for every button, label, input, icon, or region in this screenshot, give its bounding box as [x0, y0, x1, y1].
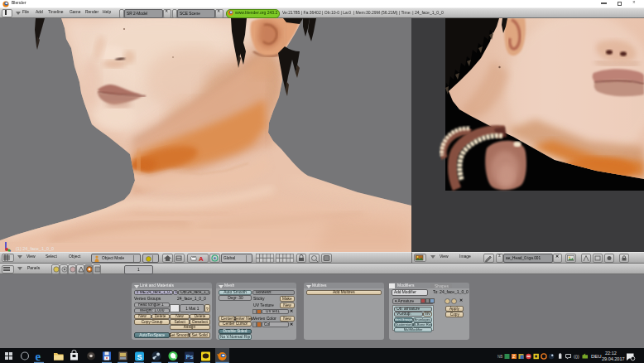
svg-text:Z: Z — [512, 354, 515, 359]
svg-text:e: e — [36, 350, 41, 363]
svg-text:DEU: DEU — [591, 354, 602, 359]
svg-text:22:12: 22:12 — [605, 351, 617, 356]
svg-text:S: S — [137, 353, 142, 361]
svg-text:(1) 24_face_1_0_0: (1) 24_face_1_0_0 — [16, 246, 54, 251]
svg-text:Ps: Ps — [186, 353, 194, 361]
svg-text:(()): (()) — [574, 354, 579, 359]
svg-text:NB: NB — [497, 355, 502, 359]
svg-text:29.04.2017: 29.04.2017 — [602, 356, 625, 361]
svg-text:A: A — [199, 255, 204, 262]
